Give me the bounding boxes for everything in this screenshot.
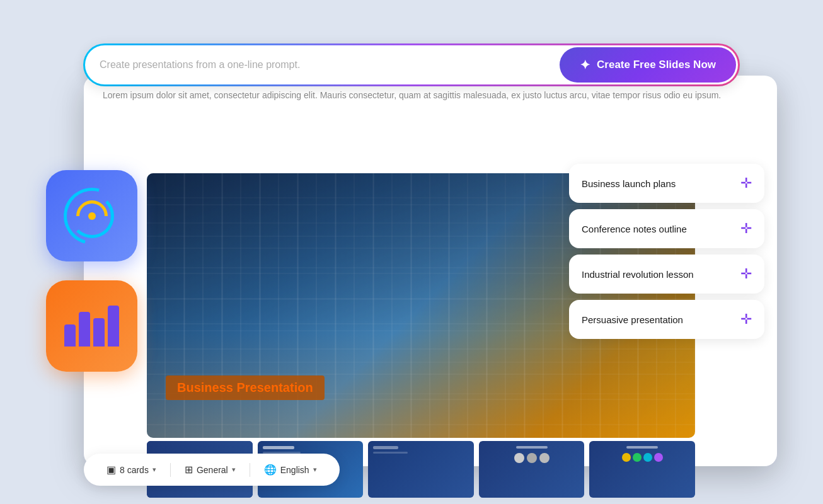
create-slides-button[interactable]: ✦ Create Free Slides Now bbox=[560, 47, 736, 83]
search-input[interactable]: Create presentations from a one-line pro… bbox=[100, 59, 547, 71]
thumb-l-3a bbox=[373, 452, 408, 454]
thumbnail-3[interactable] bbox=[368, 441, 474, 498]
plus-icon-3[interactable]: ✛ bbox=[740, 267, 752, 281]
icon-c1 bbox=[622, 453, 631, 462]
plus-icon-1[interactable]: ✛ bbox=[740, 176, 752, 190]
bar-chart-icon bbox=[64, 306, 119, 346]
right-panel: Business launch plans ✛ Conference notes… bbox=[569, 164, 764, 339]
thumb-title-2 bbox=[263, 446, 294, 449]
bar-1 bbox=[64, 324, 76, 346]
thumb-inner-4 bbox=[479, 441, 585, 498]
bottom-toolbar: ▣ 8 cards ▾ ⊞ General ▾ 🌐 English ▾ bbox=[84, 454, 340, 486]
plus-icon-2[interactable]: ✛ bbox=[740, 222, 752, 236]
cards-selector[interactable]: ▣ 8 cards ▾ bbox=[99, 461, 164, 478]
suggestion-card-1[interactable]: Business launch plans ✛ bbox=[569, 164, 764, 203]
bar-4 bbox=[108, 306, 119, 346]
general-selector[interactable]: ⊞ General ▾ bbox=[177, 461, 243, 478]
bar-3 bbox=[93, 318, 105, 346]
app-icon-orange[interactable] bbox=[46, 280, 137, 372]
cards-icon: ▣ bbox=[106, 464, 116, 476]
suggestion-card-3[interactable]: Industrial revolution lesson ✛ bbox=[569, 255, 764, 294]
plus-icon-4[interactable]: ✛ bbox=[740, 312, 752, 326]
thumb-title-3 bbox=[373, 446, 398, 449]
search-bar-inner: Create presentations from a one-line pro… bbox=[87, 50, 560, 79]
divider-2 bbox=[250, 463, 250, 477]
bar-2 bbox=[79, 312, 90, 346]
suggestion-label-1: Business launch plans bbox=[582, 178, 676, 189]
search-bar-outer: Create presentations from a one-line pro… bbox=[84, 44, 739, 86]
general-chevron: ▾ bbox=[232, 466, 236, 474]
thumb-icons-5 bbox=[622, 453, 663, 462]
search-bar-wrapper: Create presentations from a one-line pro… bbox=[84, 44, 739, 86]
suggestion-label-2: Conference notes outline bbox=[582, 224, 687, 234]
thumbnail-5[interactable] bbox=[589, 441, 695, 498]
thumb-title-5 bbox=[626, 446, 658, 449]
language-label: English bbox=[280, 465, 309, 475]
thumb-title-4 bbox=[516, 446, 548, 449]
thumb-inner-3 bbox=[368, 441, 474, 498]
divider-1 bbox=[170, 463, 171, 477]
suggestion-card-2[interactable]: Conference notes outline ✛ bbox=[569, 209, 764, 248]
cards-chevron: ▾ bbox=[153, 466, 156, 474]
suggestion-label-4: Persuasive presentation bbox=[582, 314, 683, 325]
app-icon-blue[interactable] bbox=[46, 170, 137, 261]
language-chevron: ▾ bbox=[313, 466, 317, 474]
globe-icon: 🌐 bbox=[264, 464, 277, 476]
circle-c bbox=[539, 453, 550, 463]
circle-b bbox=[527, 453, 537, 463]
general-label: General bbox=[197, 465, 228, 475]
cards-label: 8 cards bbox=[120, 465, 149, 475]
business-presentation-label: Business Presentation bbox=[166, 375, 325, 400]
language-selector[interactable]: 🌐 English ▾ bbox=[256, 461, 325, 478]
suggestion-label-3: Industrial revolution lesson bbox=[582, 269, 694, 280]
concentric-circles bbox=[64, 188, 120, 244]
icon-c2 bbox=[633, 453, 642, 462]
layers-icon: ⊞ bbox=[185, 464, 193, 476]
thumbnail-4[interactable] bbox=[479, 441, 585, 498]
icon-c3 bbox=[643, 453, 652, 462]
thumb-inner-5 bbox=[589, 441, 695, 498]
ring-dot bbox=[88, 212, 96, 220]
suggestion-card-4[interactable]: Persuasive presentation ✛ bbox=[569, 300, 764, 339]
thumb-circles-4 bbox=[514, 453, 550, 463]
main-container: Create presentations from a one-line pro… bbox=[46, 25, 777, 479]
circle-a bbox=[514, 453, 524, 463]
sparkle-icon: ✦ bbox=[580, 57, 590, 72]
create-btn-label: Create Free Slides Now bbox=[597, 59, 716, 71]
icon-c4 bbox=[654, 453, 663, 462]
